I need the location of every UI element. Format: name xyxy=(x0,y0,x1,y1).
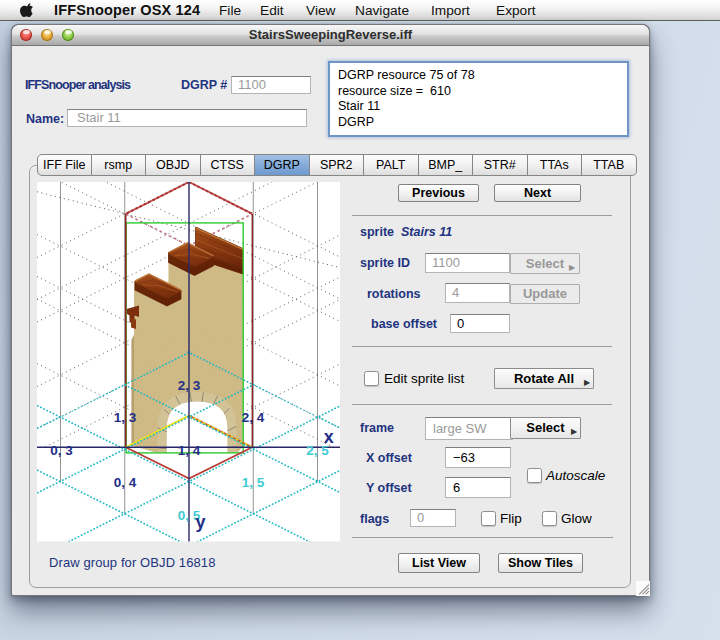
svg-text:2, 4: 2, 4 xyxy=(242,410,265,425)
svg-text:0, 4: 0, 4 xyxy=(114,475,137,490)
svg-text:2, 3: 2, 3 xyxy=(178,378,201,393)
svg-text:0, 3: 0, 3 xyxy=(50,443,73,458)
svg-text:1, 3: 1, 3 xyxy=(114,410,137,425)
svg-text:1, 4: 1, 4 xyxy=(178,443,201,458)
svg-text:x: x xyxy=(324,427,334,447)
svg-text:y: y xyxy=(195,512,205,532)
svg-text:1, 5: 1, 5 xyxy=(242,475,265,490)
